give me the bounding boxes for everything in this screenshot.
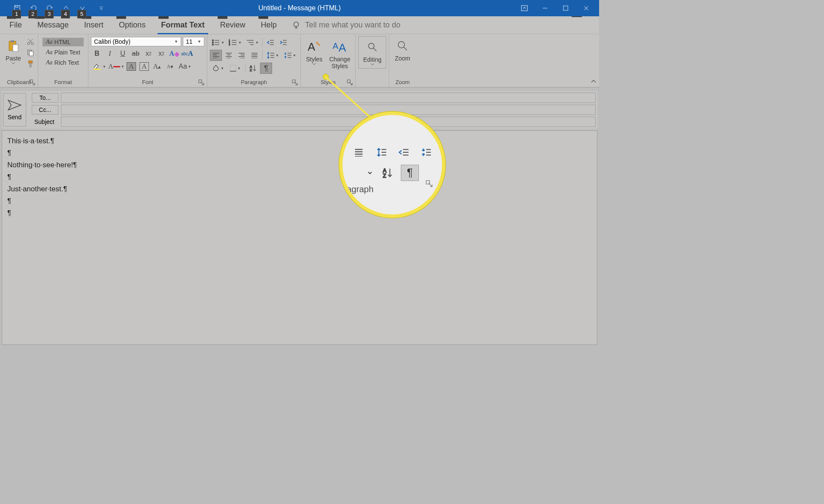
subscript-button[interactable]: x2	[142, 48, 154, 59]
send-button[interactable]: Send	[3, 93, 26, 127]
bullets-button[interactable]: ▼	[210, 37, 226, 48]
change-styles-icon: AA	[332, 39, 348, 55]
font-size-combo[interactable]: 11▼	[183, 37, 204, 46]
multilevel-list-button[interactable]: ▼	[244, 37, 261, 48]
format-html[interactable]: AaHTML	[42, 38, 84, 46]
aa-icon: Aa	[46, 59, 53, 66]
superscript-button[interactable]: x2	[155, 48, 167, 59]
minimize-icon[interactable]	[541, 4, 549, 12]
undo-icon[interactable]: 2	[28, 3, 39, 13]
message-body[interactable]: This·is·a·test.¶ ¶ Nothing·to·see·here!¶…	[2, 130, 597, 345]
align-center-button[interactable]	[223, 50, 235, 61]
tab-file[interactable]: FileF	[9, 18, 23, 32]
decrease-indent-button[interactable]	[264, 37, 276, 48]
svg-line-84	[349, 82, 352, 85]
to-button[interactable]: To...	[32, 93, 58, 103]
svg-point-31	[212, 44, 214, 45]
mag-pilcrow-icon: ¶	[401, 165, 419, 181]
tell-me[interactable]: Tell me what you want to do Q	[291, 21, 400, 30]
dialog-launcher-icon[interactable]	[347, 79, 353, 85]
char-border-button[interactable]: A	[138, 61, 150, 72]
editing-button[interactable]: Editing	[358, 36, 386, 69]
numbering-button[interactable]: 123▼	[227, 37, 243, 48]
collapse-ribbon-icon[interactable]	[591, 78, 597, 85]
show-hide-marks-button[interactable]: ¶	[260, 63, 272, 74]
tab-help[interactable]: HelpE	[260, 18, 278, 32]
tab-message[interactable]: MessageH	[36, 18, 70, 32]
group-format-label: Format	[54, 79, 72, 85]
close-icon[interactable]	[582, 4, 591, 12]
grow-font-button[interactable]: A▴	[151, 61, 163, 72]
cc-button[interactable]: Cc...	[32, 105, 58, 115]
font-name-combo[interactable]: Calibri (Body)▼	[91, 37, 181, 46]
to-input[interactable]	[61, 93, 596, 103]
borders-button[interactable]: ▼	[227, 63, 243, 74]
format-plain[interactable]: AaPlain Text	[42, 48, 84, 57]
svg-text:A: A	[308, 40, 315, 53]
svg-line-110	[429, 183, 432, 187]
previous-icon[interactable]: 4	[61, 3, 71, 13]
cc-input[interactable]	[61, 105, 596, 115]
subject-input[interactable]	[61, 117, 596, 127]
tell-me-label: Tell me what you want to do	[305, 21, 400, 30]
sort-button[interactable]: AZ	[247, 63, 259, 74]
change-case-button[interactable]: Aa▼	[177, 61, 193, 72]
ribbon: Paste Clipboard AaHTML AaPlain Text AaRi…	[0, 34, 599, 88]
format-rich[interactable]: AaRich Text	[42, 58, 84, 67]
shrink-font-button[interactable]: A▾	[164, 61, 176, 72]
paragraph-spacing-button[interactable]: ▼	[282, 50, 298, 61]
mag-sort-icon: AZ	[379, 165, 397, 181]
qat-customize-icon[interactable]	[96, 3, 106, 13]
copy-icon[interactable]	[27, 49, 35, 57]
dialog-launcher-icon[interactable]	[29, 79, 35, 85]
mag-dd-icon	[366, 165, 374, 181]
svg-line-23	[32, 82, 35, 85]
svg-rect-20	[29, 61, 33, 63]
underline-button[interactable]: U	[117, 48, 129, 59]
change-styles-button[interactable]: AA Change Styles	[327, 37, 353, 69]
cut-icon[interactable]	[27, 38, 35, 46]
dialog-launcher-icon[interactable]	[292, 79, 298, 85]
quick-access-toolbar: 1 2 3 4 5	[0, 0, 106, 16]
increase-indent-button[interactable]	[277, 37, 289, 48]
tab-format-text[interactable]: Format TextO	[160, 18, 206, 32]
next-icon[interactable]: 5	[77, 3, 88, 13]
styles-icon: A	[306, 39, 322, 55]
text-effects-button[interactable]: A◆	[168, 48, 180, 59]
format-painter-icon[interactable]	[27, 60, 35, 69]
align-justify-button[interactable]	[248, 50, 261, 61]
highlight-button[interactable]: ▼	[91, 61, 107, 72]
magnifier-callout: AZ ¶ agraph	[339, 112, 445, 218]
svg-point-29	[212, 42, 214, 43]
tab-review[interactable]: ReviewV	[219, 18, 246, 32]
ribbon-display-icon[interactable]	[520, 4, 529, 12]
body-line: This·is·a·test.¶	[7, 135, 592, 147]
svg-line-88	[404, 47, 407, 50]
svg-rect-13	[13, 45, 18, 51]
font-color-button[interactable]: A▼	[108, 61, 124, 72]
char-format-button[interactable]: abcA	[181, 48, 193, 59]
bold-button[interactable]: B	[91, 48, 103, 59]
save-icon[interactable]: 1	[12, 3, 22, 13]
group-editing: Editing .	[356, 34, 389, 87]
dialog-launcher-icon[interactable]	[198, 79, 204, 85]
mag-group-label: agraph	[342, 184, 373, 194]
italic-button[interactable]: I	[104, 48, 116, 59]
styles-button[interactable]: A Styles	[303, 37, 325, 69]
tab-options[interactable]: OptionsP	[118, 18, 146, 32]
align-left-button[interactable]	[210, 50, 222, 61]
redo-icon[interactable]: 3	[45, 3, 55, 13]
shading-button[interactable]: ▼	[210, 63, 226, 74]
char-shading-button[interactable]: A	[125, 61, 137, 72]
body-line: ¶	[7, 195, 592, 207]
align-right-button[interactable]	[236, 50, 248, 61]
svg-rect-19	[29, 51, 33, 56]
tab-insert[interactable]: InsertN	[83, 18, 104, 32]
zoom-button[interactable]: Zoom	[392, 36, 413, 62]
paste-button[interactable]: Paste	[3, 36, 24, 64]
svg-point-85	[368, 43, 374, 49]
maximize-icon[interactable]	[561, 4, 570, 12]
group-clipboard-label: Clipboard	[7, 79, 31, 85]
line-spacing-button[interactable]: ▼	[264, 50, 281, 61]
strikethrough-button[interactable]: ab	[130, 48, 142, 59]
